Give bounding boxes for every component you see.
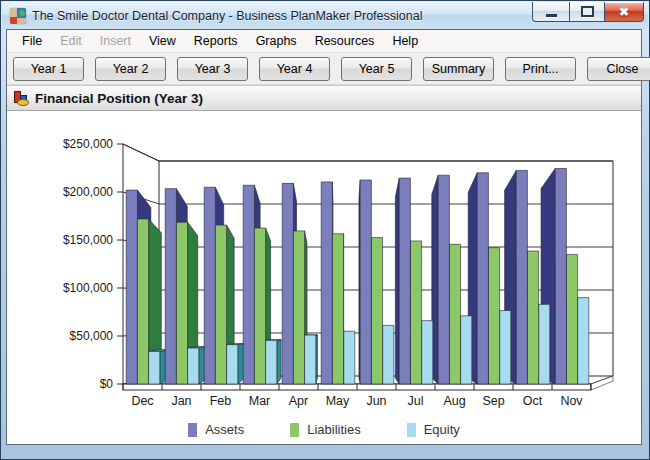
menu-item-insert: Insert [91,31,140,51]
bar-assets-sep [477,173,488,384]
bar-assets-jun [360,180,371,384]
menu-item-resources[interactable]: Resources [306,31,384,51]
bar-equity-sep [500,311,511,384]
bar-assets-nov [555,168,566,384]
bar-liabilities-may [332,234,343,384]
gridline-wall-segment [123,144,159,161]
minimize-icon [546,14,557,17]
window-title: The Smile Doctor Dental Company - Busine… [32,9,422,23]
title-bar[interactable]: The Smile Doctor Dental Company - Busine… [2,2,648,29]
bar-assets-feb [204,187,215,384]
x-axis-label-apr: Apr [289,394,308,408]
app-icon [10,8,26,24]
close-window-button[interactable]: ✖ [605,2,644,22]
toolbar-button-print[interactable]: Print... [505,57,576,81]
toolbar-button-year-4[interactable]: Year 4 [259,57,330,81]
legend-item-assets: Assets [188,422,244,437]
toolbar-button-year-1[interactable]: Year 1 [13,57,84,81]
minimize-button[interactable] [532,2,569,22]
x-axis-label-mar: Mar [249,394,271,408]
toolbar-button-year-5[interactable]: Year 5 [341,57,412,81]
bar-equity-dec [149,351,160,384]
x-axis-label-jun: Jun [366,394,386,408]
x-axis-label-aug: Aug [443,394,465,408]
bar-equity-may [344,331,355,384]
bar-liabilities-apr [293,231,304,384]
bar-liabilities-aug [449,244,460,384]
legend-swatch-assets [188,423,197,437]
toolbar-button-year-2[interactable]: Year 2 [95,57,166,81]
bar-liabilities-sep [488,248,499,384]
graph-title: Financial Position (Year 3) [35,91,203,106]
maximize-button[interactable] [569,2,605,22]
menu-item-reports[interactable]: Reports [185,31,247,51]
bar-assets-jan [165,189,176,384]
menu-item-view[interactable]: View [140,31,185,51]
legend-label-equity: Equity [424,422,460,437]
legend-swatch-equity [407,423,416,437]
chart-legend: AssetsLiabilitiesEquity [7,422,641,437]
y-axis-label: $100,000 [63,281,113,295]
bar-equity-oct [539,304,550,384]
menu-item-help[interactable]: Help [383,31,427,51]
x-axis-label-jan: Jan [171,394,191,408]
window-content: FileEditInsertViewReportsGraphsResources… [6,29,642,445]
y-axis-label: $200,000 [63,185,113,199]
y-axis-label: $250,000 [63,137,113,151]
bar-equity-nov [578,298,589,384]
bar-assets-oct [516,170,527,384]
legend-item-liabilities: Liabilities [290,422,360,437]
y-axis-label: $150,000 [63,233,113,247]
bar-side-equity-mar [277,340,281,384]
menu-item-file[interactable]: File [13,31,51,51]
menu-item-graphs[interactable]: Graphs [247,31,306,51]
bar-equity-apr [305,335,316,384]
toolbar: Year 1Year 2Year 3Year 4Year 5SummaryPri… [7,53,641,85]
financial-position-chart: $0$50,000$100,000$150,000$200,000$250,00… [7,111,643,449]
x-axis-label-dec: Dec [131,394,153,408]
x-axis-label-may: May [326,394,350,408]
x-axis-label-oct: Oct [523,394,543,408]
bar-equity-feb [227,345,238,384]
bar-liabilities-mar [254,228,265,384]
floor-slab-end [591,376,613,390]
bar-assets-may [321,182,332,384]
x-axis-label-feb: Feb [210,394,232,408]
legend-item-equity: Equity [407,422,460,437]
chart-panel: $0$50,000$100,000$150,000$200,000$250,00… [7,111,641,444]
menu-item-edit: Edit [51,31,91,51]
bar-chart-icon [13,90,29,106]
bar-liabilities-feb [215,225,226,384]
bar-assets-apr [282,183,293,384]
bar-assets-dec [126,190,137,384]
bar-assets-aug [438,175,449,384]
bar-equity-jan [188,348,199,384]
menu-bar: FileEditInsertViewReportsGraphsResources… [7,30,641,53]
toolbar-button-year-3[interactable]: Year 3 [177,57,248,81]
application-window: The Smile Doctor Dental Company - Busine… [0,0,650,460]
bar-liabilities-jul [410,241,421,384]
legend-label-assets: Assets [205,422,244,437]
bar-liabilities-nov [566,254,577,384]
x-axis-label-sep: Sep [482,394,504,408]
bar-equity-mar [266,340,277,384]
maximize-icon [581,6,594,17]
bar-equity-jun [383,325,394,384]
x-axis-label-nov: Nov [560,394,583,408]
bar-assets-mar [243,185,254,384]
close-graph-button[interactable]: Close [587,57,650,81]
legend-swatch-liabilities [290,423,299,437]
bar-liabilities-dec [137,219,148,384]
legend-label-liabilities: Liabilities [307,422,360,437]
bar-assets-jul [399,178,410,384]
bar-equity-jul [422,321,433,384]
x-axis-label-jul: Jul [408,394,424,408]
toolbar-button-summary[interactable]: Summary [423,57,494,81]
close-icon: ✖ [619,6,629,18]
bar-liabilities-jan [176,222,187,384]
bar-liabilities-jun [371,238,382,384]
bar-equity-aug [461,316,472,384]
window-controls: ✖ [532,2,644,22]
graph-header: Financial Position (Year 3) [7,85,641,111]
bar-side-assets-jul [395,178,399,384]
